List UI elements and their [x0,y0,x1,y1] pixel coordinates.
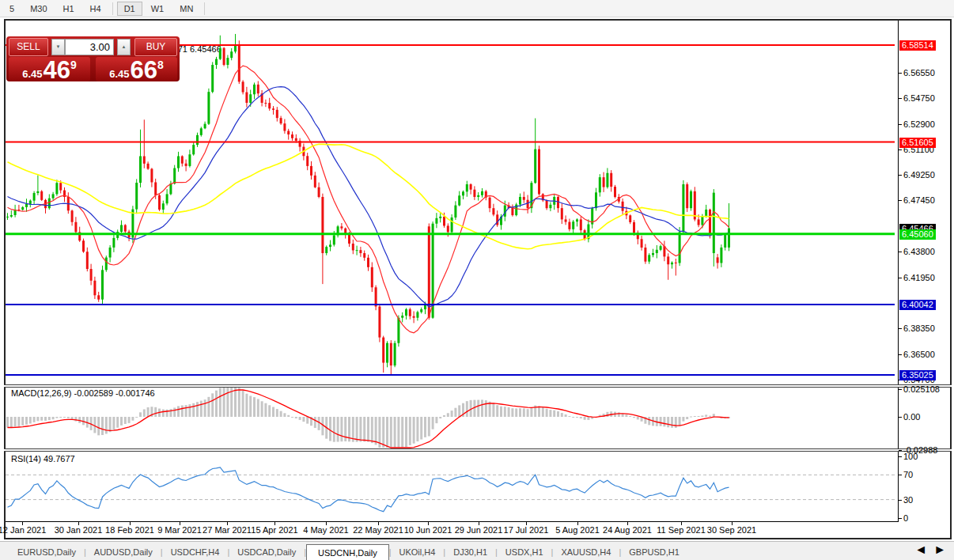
price-tick [899,500,902,501]
chart-tab-dj30-h1[interactable]: DJ30,H1 [445,544,495,560]
candle-body [454,206,456,218]
macd-bar [59,417,62,418]
chart-tab-usdchf-h4[interactable]: USDCHF,H4 [163,544,228,560]
chart-tab-usdx-h1[interactable]: USDX,H1 [498,544,551,560]
tab-scroll-right-icon[interactable]: ► [933,543,946,557]
volume-input[interactable]: 3.00 [65,39,114,55]
candle-body [720,248,722,263]
macd-bar [249,395,252,417]
candle-body [458,195,460,205]
timeframe-button-MN[interactable]: MN [172,2,200,16]
candle-body [401,316,403,318]
rsi-line [8,467,729,512]
date-label: 30 Sep 2021 [707,525,756,535]
macd-bar [549,410,551,417]
chart-tab-gbpusd-h1[interactable]: GBPUSD,H1 [621,544,687,560]
tab-scroll-left-icon[interactable]: ◄ [914,543,927,557]
rsi-splitter[interactable] [4,448,952,452]
macd-bar [215,391,218,417]
buy-price-display[interactable]: 6.45 66 8 [96,57,177,81]
date-label: 22 May 2021 [353,525,403,535]
macd-bar [200,401,203,417]
symbol-tab-bar: EURUSD,Daily|AUDUSD,Daily|USDCHF,H4|USDC… [0,541,954,560]
sell-price-prefix: 6.45 [22,67,42,81]
candle-body [105,258,108,271]
candle-body [344,229,346,233]
macd-bar [686,417,688,419]
macd-bar [572,417,574,418]
candle-body [466,184,468,191]
timeframe-button-H1[interactable]: H1 [56,2,81,16]
candle-body [356,250,358,251]
macd-bar [14,417,17,427]
macd-bar [698,416,700,417]
date-label: 29 Jun 2021 [455,525,503,535]
macd-bar [181,406,184,417]
chart-tab-xauusd-h4[interactable]: XAUUSD,H4 [553,544,619,560]
sell-button[interactable]: SELL [9,38,48,56]
price-level-label: 6.40042 [899,300,936,310]
macd-bar [363,417,365,441]
candle-body [603,177,605,187]
candle-body [352,244,354,251]
candle-body [656,250,658,253]
price-axis-divider [898,21,899,521]
timeframe-button-M30[interactable]: M30 [23,2,54,16]
chart-tab-ukoil-h4[interactable]: UKOil,H4 [392,544,444,560]
candle-body [139,156,142,183]
macd-splitter[interactable] [4,384,952,388]
chart-tab-audusd-daily[interactable]: AUDUSD,Daily [86,544,161,560]
chart-tab-usdcad-daily[interactable]: USDCAD,Daily [229,544,304,560]
price-tick [899,450,902,451]
volume-increase-button[interactable]: ▲ [117,39,131,55]
timeframe-button-W1[interactable]: W1 [144,2,172,16]
macd-bar [428,417,430,436]
macd-bar [264,403,267,417]
candle-body [59,183,62,190]
macd-bar [173,407,176,417]
candle-body [367,258,369,267]
chart-canvas[interactable] [6,21,895,521]
candle-body [264,103,267,104]
macd-bar [302,417,305,422]
chart-tab-usdcnh-daily[interactable]: USDCNH,Daily [306,544,389,560]
candle-body [329,244,331,247]
candle-body [633,222,635,233]
candle-body [728,229,730,248]
timeframe-button-5[interactable]: 5 [2,2,21,16]
chart-tab-eurusd-daily[interactable]: EURUSD,Daily [9,544,84,560]
macd-bar [245,394,248,417]
price-tick [899,149,902,150]
macd-bar [196,402,199,417]
macd-bar [55,417,58,418]
macd-bar [154,407,157,417]
timeframe-button-D1[interactable]: D1 [117,2,142,16]
tab-nav[interactable]: ◄► [914,543,954,560]
candle-body [523,197,525,200]
macd-bar [242,391,244,417]
candle-body [546,200,548,208]
candle-body [572,221,574,229]
candle-body [253,85,256,94]
buy-button[interactable]: BUY [134,38,177,56]
macd-bar [74,417,77,422]
timeframe-button-H4[interactable]: H4 [83,2,108,16]
macd-bar [169,409,172,417]
candle-body [40,191,43,200]
price-tick-label: 6.47450 [903,195,935,205]
macd-bar [447,413,449,417]
candle-body [101,270,104,299]
rsi-scale-label: 100 [903,452,918,461]
candle-body [363,253,365,258]
macd-bar [705,414,707,417]
date-label: 18 Feb 2021 [105,525,154,535]
macd-bar [299,417,301,420]
macd-bar [553,411,555,417]
macd-bar [546,409,548,417]
candle-body [690,191,692,208]
candle-body [310,166,312,176]
price-tick [899,175,902,176]
sell-price-display[interactable]: 6.45 46 9 [9,57,90,81]
volume-decrease-button[interactable]: ▼ [51,39,65,55]
candle-body [333,235,335,244]
